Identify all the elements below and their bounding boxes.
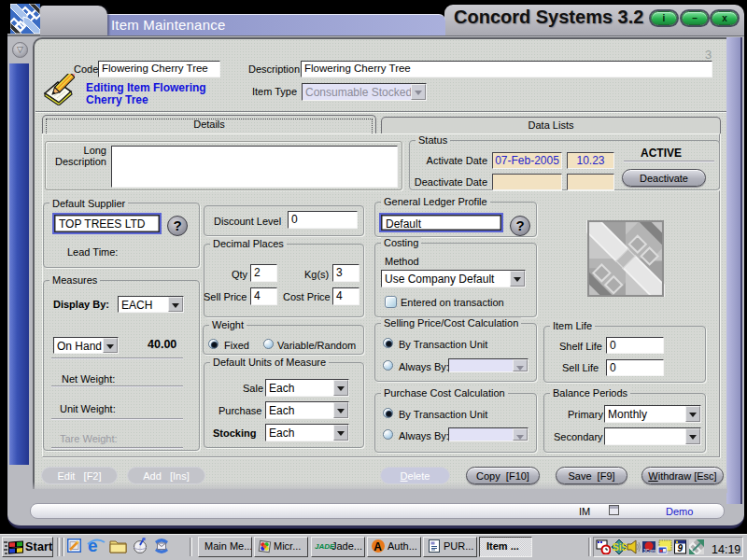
svg-text:9: 9 xyxy=(678,543,684,553)
svg-text:A: A xyxy=(374,540,382,553)
svg-text:SiS: SiS xyxy=(613,542,627,553)
svg-text:e: e xyxy=(88,536,98,555)
svg-text:3Com: 3Com xyxy=(643,548,655,553)
